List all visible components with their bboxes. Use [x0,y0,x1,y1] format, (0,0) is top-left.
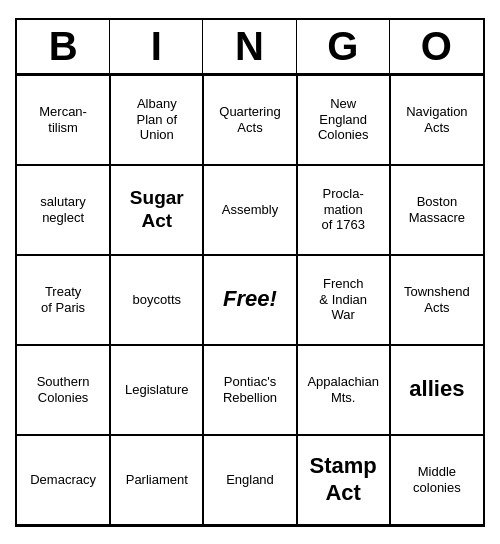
bingo-cell-13: French& IndianWar [297,255,390,345]
bingo-cell-16: Legislature [110,345,203,435]
bingo-cell-9: BostonMassacre [390,165,483,255]
bingo-header-letter-b: B [17,20,110,73]
bingo-cell-4: NavigationActs [390,75,483,165]
bingo-header: BINGO [17,20,483,75]
bingo-cell-1: AlbanyPlan ofUnion [110,75,203,165]
bingo-card: BINGO Mercan-tilismAlbanyPlan ofUnionQua… [15,18,485,527]
bingo-cell-3: NewEnglandColonies [297,75,390,165]
bingo-cell-2: QuarteringActs [203,75,296,165]
bingo-cell-7: Assembly [203,165,296,255]
bingo-cell-21: Parliament [110,435,203,525]
bingo-header-letter-n: N [203,20,296,73]
bingo-cell-20: Demacracy [17,435,110,525]
bingo-cell-14: TownshendActs [390,255,483,345]
bingo-header-letter-o: O [390,20,483,73]
bingo-cell-23: StampAct [297,435,390,525]
bingo-cell-0: Mercan-tilism [17,75,110,165]
bingo-cell-8: Procla-mationof 1763 [297,165,390,255]
bingo-grid: Mercan-tilismAlbanyPlan ofUnionQuarterin… [17,75,483,525]
bingo-cell-18: AppalachianMts. [297,345,390,435]
bingo-cell-5: salutaryneglect [17,165,110,255]
bingo-header-letter-g: G [297,20,390,73]
bingo-cell-22: England [203,435,296,525]
bingo-cell-6: SugarAct [110,165,203,255]
bingo-cell-17: Pontiac'sRebellion [203,345,296,435]
bingo-cell-15: SouthernColonies [17,345,110,435]
bingo-header-letter-i: I [110,20,203,73]
bingo-cell-12: Free! [203,255,296,345]
bingo-cell-24: Middlecolonies [390,435,483,525]
bingo-cell-19: allies [390,345,483,435]
bingo-cell-10: Treatyof Paris [17,255,110,345]
bingo-cell-11: boycotts [110,255,203,345]
